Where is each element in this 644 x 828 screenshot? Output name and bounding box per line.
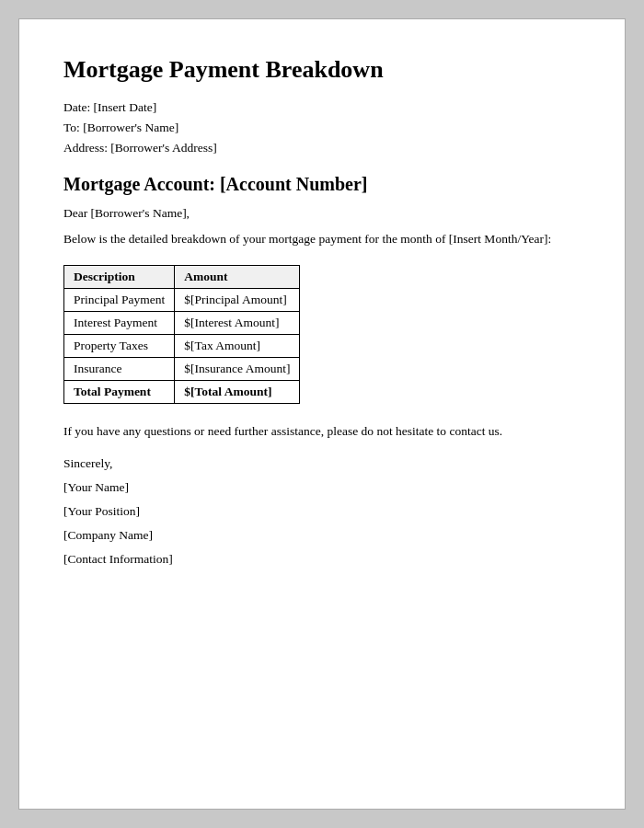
signer-name: [Your Name]: [63, 480, 581, 495]
row-amount-2: $[Tax Amount]: [175, 335, 300, 358]
salutation: Dear [Borrower's Name],: [63, 206, 581, 221]
document-title: Mortgage Payment Breakdown: [63, 56, 581, 84]
col-header-amount: Amount: [175, 266, 300, 289]
account-heading: Mortgage Account: [Account Number]: [63, 174, 581, 195]
closing-text: If you have any questions or need furthe…: [63, 422, 581, 441]
table-row: Insurance$[Insurance Amount]: [64, 358, 300, 381]
address-line: Address: [Borrower's Address]: [63, 141, 581, 155]
row-amount-3: $[Insurance Amount]: [175, 358, 300, 381]
total-description: Total Payment: [64, 381, 175, 404]
row-description-2: Property Taxes: [64, 335, 175, 358]
body-intro: Below is the detailed breakdown of your …: [63, 230, 581, 248]
to-line: To: [Borrower's Name]: [63, 121, 581, 135]
table-row: Property Taxes$[Tax Amount]: [64, 335, 300, 358]
row-description-1: Interest Payment: [64, 312, 175, 335]
total-amount: $[Total Amount]: [175, 381, 300, 404]
row-amount-1: $[Interest Amount]: [175, 312, 300, 335]
sign-off: Sincerely,: [63, 456, 581, 471]
company-name: [Company Name]: [63, 528, 581, 543]
row-amount-0: $[Principal Amount]: [175, 289, 300, 312]
date-line: Date: [Insert Date]: [63, 100, 581, 115]
row-description-3: Insurance: [64, 358, 175, 381]
contact-info: [Contact Information]: [63, 552, 581, 567]
table-row: Principal Payment$[Principal Amount]: [64, 289, 300, 312]
payment-breakdown-table: Description Amount Principal Payment$[Pr…: [63, 265, 300, 404]
table-row: Interest Payment$[Interest Amount]: [64, 312, 300, 335]
signer-position: [Your Position]: [63, 504, 581, 519]
row-description-0: Principal Payment: [64, 289, 175, 312]
document-page: Mortgage Payment Breakdown Date: [Insert…: [18, 18, 626, 810]
col-header-description: Description: [64, 266, 175, 289]
